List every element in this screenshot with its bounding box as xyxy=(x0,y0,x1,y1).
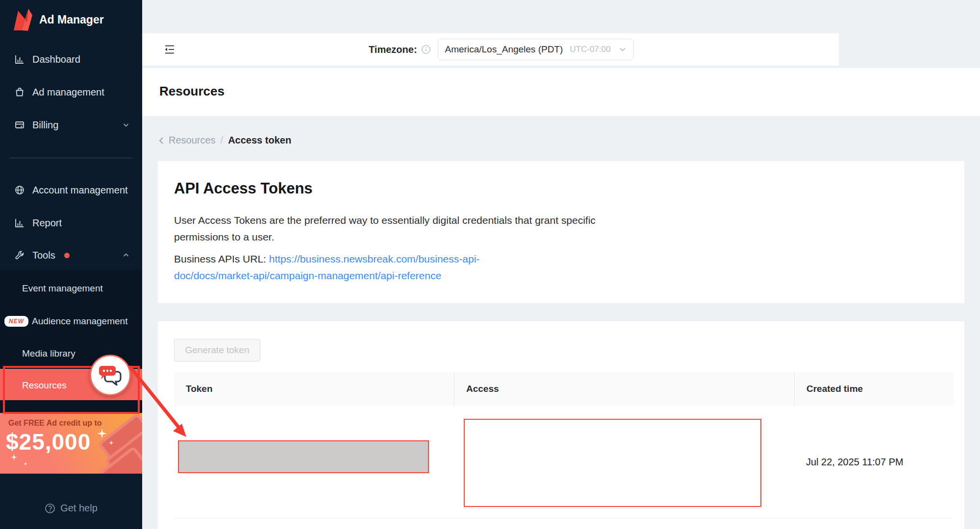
info-icon[interactable] xyxy=(421,45,431,54)
promo-text: Get FREE Ad credit up to xyxy=(8,419,102,428)
shopping-bag-icon xyxy=(15,87,25,97)
api-docs-link[interactable]: https://business.newsbreak.com/business-… xyxy=(269,253,480,264)
api-url-line: doc/docs/market-api/campaign-management/… xyxy=(174,270,441,282)
sidebar-item-label: Tools xyxy=(32,250,55,261)
chevron-down-icon xyxy=(619,46,627,53)
breadcrumb-current: Access token xyxy=(228,135,291,146)
chevron-up-icon xyxy=(123,252,129,259)
sidebar-item-billing[interactable]: Billing xyxy=(0,114,142,136)
question-circle-icon xyxy=(45,503,55,514)
table-header-row: Token Access Created time xyxy=(174,372,954,406)
api-tokens-heading: API Access Tokens xyxy=(174,180,313,197)
breadcrumb-back-link[interactable]: Resources xyxy=(158,135,216,146)
sidebar-divider xyxy=(10,158,132,158)
sidebar-item-dashboard[interactable]: Dashboard xyxy=(0,48,142,70)
sidebar: Ad Manager Dashboard Ad management xyxy=(0,0,142,529)
promo-banner[interactable]: Get FREE Ad credit up to $25,000 xyxy=(0,413,142,474)
api-docs-link[interactable]: doc/docs/market-api/campaign-management/… xyxy=(174,270,441,281)
page-title: Resources xyxy=(159,84,225,99)
sidebar-item-event-management[interactable]: Event management xyxy=(0,278,142,299)
bar-chart-icon xyxy=(15,218,25,228)
access-annotation-box xyxy=(464,419,761,507)
sidebar-item-tools[interactable]: Tools xyxy=(0,244,142,266)
api-tokens-intro-card: API Access Tokens User Access Tokens are… xyxy=(158,161,964,303)
sidebar-item-label: Ad management xyxy=(32,87,104,98)
globe-icon xyxy=(15,185,25,195)
created-time-value: Jul 22, 2025 11:07 PM xyxy=(806,457,904,468)
sidebar-item-label: Event management xyxy=(22,283,103,294)
sidebar-item-label: Billing xyxy=(32,120,58,131)
sidebar-item-report[interactable]: Report xyxy=(0,212,142,234)
new-badge: NEW xyxy=(4,316,28,327)
sidebar-item-account-management[interactable]: Account management xyxy=(0,179,142,201)
chevron-left-icon xyxy=(158,137,165,144)
api-url-line: Business APIs URL: https://business.news… xyxy=(174,253,479,265)
promo-amount: $25,000 xyxy=(6,429,91,455)
menu-fold-icon[interactable] xyxy=(163,43,176,56)
redacted-token-value xyxy=(178,440,429,473)
column-header-access: Access xyxy=(454,372,794,406)
sparkle-icon xyxy=(97,429,107,438)
sidebar-item-label: Account management xyxy=(32,185,128,196)
table-row: Jul 22, 2025 11:07 PM xyxy=(174,406,954,518)
timezone-offset: UTC-07:00 xyxy=(570,45,610,54)
credit-card-icon xyxy=(15,120,25,130)
sparkle-icon xyxy=(24,462,27,466)
timezone-group: Timezone: America/Los_Angeles (PDT) UTC-… xyxy=(369,39,634,60)
timezone-select[interactable]: America/Los_Angeles (PDT) UTC-07:00 xyxy=(438,39,634,60)
sidebar-item-ad-management[interactable]: Ad management xyxy=(0,81,142,103)
newsbreak-logo-icon xyxy=(11,8,32,31)
sidebar-item-label: Dashboard xyxy=(32,54,80,65)
breadcrumb: Resources / Access token xyxy=(158,135,291,146)
app-root: Ad Manager Dashboard Ad management xyxy=(0,0,980,529)
get-help-label: Get help xyxy=(60,503,98,514)
notification-dot xyxy=(64,253,70,258)
get-help-button[interactable]: Get help xyxy=(0,503,142,514)
api-url-prefix: Business APIs URL: xyxy=(174,253,269,264)
tokens-table-card: Generate token Token Access Created time… xyxy=(158,321,964,529)
sidebar-item-label: Media library xyxy=(22,348,75,359)
chevron-down-icon xyxy=(123,121,129,128)
support-chat-button[interactable] xyxy=(90,355,131,396)
sidebar-item-label: Audience management xyxy=(32,316,127,327)
chat-bubbles-icon xyxy=(98,365,123,385)
column-header-created-time: Created time xyxy=(794,372,954,406)
page-header: Resources xyxy=(142,68,980,116)
bar-chart-icon xyxy=(15,54,25,64)
app-logo[interactable]: Ad Manager xyxy=(11,8,104,31)
wrench-icon xyxy=(15,250,25,260)
breadcrumb-separator: / xyxy=(221,135,224,146)
generate-token-button[interactable]: Generate token xyxy=(174,339,260,361)
timezone-value: America/Los_Angeles (PDT) xyxy=(445,44,563,55)
api-tokens-description: User Access Tokens are the preferred way… xyxy=(174,212,605,245)
sparkle-icon xyxy=(109,440,114,445)
timezone-label: Timezone: xyxy=(369,44,417,55)
topbar: Timezone: America/Los_Angeles (PDT) UTC-… xyxy=(142,33,839,66)
column-header-token: Token xyxy=(174,372,454,406)
sidebar-item-label: Report xyxy=(32,217,62,229)
app-title: Ad Manager xyxy=(39,13,104,26)
sidebar-item-audience-management[interactable]: NEW Audience management xyxy=(0,311,142,332)
